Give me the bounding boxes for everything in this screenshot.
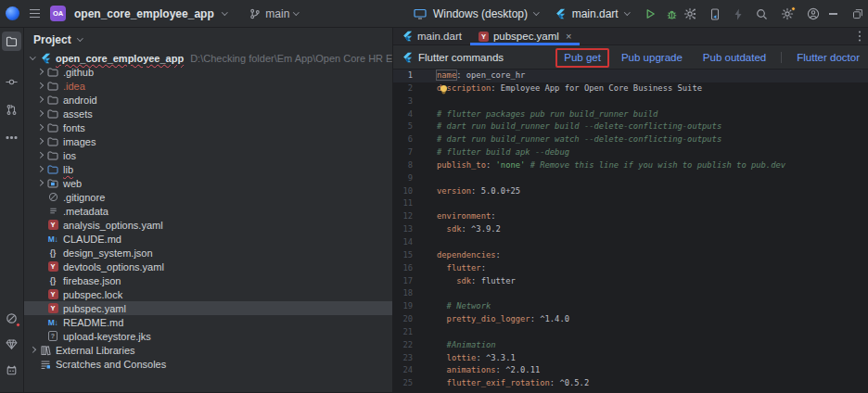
code-line-text: dependencies: xyxy=(437,249,501,262)
tree-item-upload-keystore.jks[interactable]: ?upload-keystore.jks xyxy=(24,329,392,343)
chevron-right-icon[interactable] xyxy=(37,124,43,130)
run-config-selector[interactable]: main.dart xyxy=(572,7,619,20)
chevron-right-icon[interactable] xyxy=(37,152,43,158)
code-line[interactable]: 12environment: xyxy=(393,210,868,223)
code-line[interactable]: 7# flutter build apk --debug xyxy=(393,146,868,159)
code-token: 'none' xyxy=(496,160,526,170)
code-line-text: # Network xyxy=(437,300,491,313)
code-line[interactable]: 16 flutter: xyxy=(393,262,868,275)
tree-item-.github[interactable]: .github xyxy=(24,65,392,79)
code-line[interactable]: 21 xyxy=(393,326,868,339)
intention-bulb-icon[interactable] xyxy=(440,85,447,92)
pub-outdated-action[interactable]: Pub outdated xyxy=(703,52,766,63)
pub-upgrade-action[interactable]: Pub upgrade xyxy=(621,52,683,63)
tree-item-claude.md[interactable]: M↓CLAUDE.md xyxy=(24,232,392,246)
chevron-right-icon[interactable] xyxy=(37,96,43,102)
folder-icon xyxy=(47,109,58,119)
tree-item-scratches-and-consoles[interactable]: Scratches and Consoles xyxy=(24,357,392,371)
code-line[interactable]: 18 xyxy=(393,287,868,300)
tree-item-.gitignore[interactable]: .gitignore xyxy=(24,190,392,204)
tool-window-button-commit[interactable] xyxy=(2,72,21,92)
pub-get-action[interactable]: Pub get xyxy=(564,52,601,63)
menu-icon[interactable] xyxy=(28,6,42,20)
user-account-icon[interactable] xyxy=(807,7,820,20)
restore-window-icon[interactable] xyxy=(852,8,863,19)
code-line[interactable]: 4# flutter packages pub run build_runner… xyxy=(393,108,868,121)
tree-item-design-system.json[interactable]: {}design_system.json xyxy=(24,246,392,260)
project-panel-header[interactable]: Project xyxy=(24,28,392,51)
tree-item-pubspec.yaml[interactable]: Ypubspec.yaml xyxy=(24,301,392,315)
editor-tab-main.dart[interactable]: main.dart xyxy=(393,28,470,44)
tree-item-firebase.json[interactable]: {}firebase.json xyxy=(24,273,392,287)
tool-window-button-notifications[interactable] xyxy=(2,309,21,328)
code-line[interactable]: 3 xyxy=(393,95,868,108)
code-line[interactable]: 14 xyxy=(393,236,868,249)
tab-options-kebab-icon[interactable] xyxy=(859,28,868,44)
code-line[interactable]: 20 pretty_dio_logger: ^1.4.0 xyxy=(393,313,868,326)
code-line[interactable]: 8publish_to: 'none' # Remove this line i… xyxy=(393,159,868,172)
code-line[interactable]: 1name: open_core_hr xyxy=(393,70,868,82)
code-line[interactable]: 19 # Network xyxy=(393,300,868,313)
tool-window-button-project-folder[interactable] xyxy=(2,32,21,51)
tree-item-open-core-employee-app[interactable]: open_core_employee_appD:\Checking folder… xyxy=(24,51,392,65)
code-line[interactable]: 10version: 5.0.0+25 xyxy=(393,185,868,198)
code-line[interactable]: 17 sdk: flutter xyxy=(393,275,868,288)
md-icon: M↓ xyxy=(48,318,57,327)
code-line[interactable]: 25 flutter_exif_rotation: ^0.5.2 xyxy=(393,377,868,390)
code-line[interactable]: 9 xyxy=(393,172,868,185)
code-token xyxy=(437,263,447,273)
tool-window-button-logcat[interactable] xyxy=(2,361,21,380)
tool-window-button-more-tools[interactable] xyxy=(2,128,21,147)
tree-item-web[interactable]: web xyxy=(24,176,392,190)
chevron-right-icon[interactable] xyxy=(37,180,43,185)
lightning-icon[interactable] xyxy=(734,8,743,20)
run-target-selector[interactable]: Windows (desktop) xyxy=(433,7,528,20)
chevron-right-icon[interactable] xyxy=(30,347,35,352)
code-line[interactable]: 23 lottie: ^3.3.1 xyxy=(393,352,868,365)
code-line[interactable]: 24 animations: ^2.0.11 xyxy=(393,364,868,377)
tree-item-external-libraries[interactable]: External Libraries xyxy=(24,343,392,357)
tree-item-devtools-options.yaml[interactable]: Ydevtools_options.yaml xyxy=(24,260,392,273)
debug-button[interactable] xyxy=(666,8,678,20)
tree-item-.idea[interactable]: .idea xyxy=(24,79,392,93)
project-name-widget[interactable]: open_core_employee_app xyxy=(74,7,214,20)
code-line[interactable]: 13 sdk: ^3.9.2 xyxy=(393,223,868,236)
sparkle-gear-icon[interactable] xyxy=(683,7,696,20)
chevron-right-icon[interactable] xyxy=(37,110,43,116)
code-line[interactable]: 5# dart run build_runner build --delete-… xyxy=(393,120,868,133)
search-icon[interactable] xyxy=(756,8,768,20)
app-logo-icon[interactable] xyxy=(6,6,19,20)
editor-tab-pubspec.yaml[interactable]: Ypubspec.yaml× xyxy=(470,28,580,44)
tree-item-lib[interactable]: lib xyxy=(24,162,392,176)
close-icon[interactable]: × xyxy=(566,32,571,42)
flutter-doctor-action[interactable]: Flutter doctor xyxy=(797,52,860,63)
tree-item-ios[interactable]: ios xyxy=(24,148,392,162)
chevron-right-icon[interactable] xyxy=(37,82,43,88)
device-phone-icon[interactable] xyxy=(709,8,721,20)
tree-item-analysis-options.yaml[interactable]: Yanalysis_options.yaml xyxy=(24,218,392,232)
minimize-icon[interactable] xyxy=(829,13,837,14)
tree-item-pubspec.lock[interactable]: Ypubspec.lock xyxy=(24,287,392,301)
tool-window-button-gem[interactable] xyxy=(2,335,21,354)
run-button[interactable] xyxy=(645,8,656,19)
chevron-right-icon[interactable] xyxy=(37,166,43,171)
code-line[interactable]: 15dependencies: xyxy=(393,249,868,262)
vcs-branch-widget[interactable]: main xyxy=(249,7,299,20)
tree-item-images[interactable]: images xyxy=(24,134,392,148)
tree-item-fonts[interactable]: fonts xyxy=(24,120,392,134)
chevron-right-icon[interactable] xyxy=(37,69,43,74)
code-line[interactable]: 22 #Animation xyxy=(393,339,868,352)
tool-window-button-pull-request[interactable] xyxy=(2,100,21,120)
code-line[interactable]: 2description: Employee App for Open Core… xyxy=(393,82,868,95)
tree-item-readme.md[interactable]: M↓README.md xyxy=(24,315,392,329)
settings-gear-icon[interactable] xyxy=(781,7,794,20)
chevron-right-icon[interactable] xyxy=(37,138,43,144)
code-line[interactable]: 11 xyxy=(393,197,868,210)
chevron-down-icon[interactable] xyxy=(30,54,35,59)
tree-item-assets[interactable]: assets xyxy=(24,107,392,120)
code-editor[interactable]: 7 1name: open_core_hr2description: Emplo… xyxy=(393,70,868,392)
line-number: 4 xyxy=(393,108,413,121)
tree-item-.metadata[interactable]: .metadata xyxy=(24,204,392,218)
tree-item-android[interactable]: android xyxy=(24,93,392,107)
code-line[interactable]: 6# dart run build_runner watch --delete-… xyxy=(393,133,868,146)
